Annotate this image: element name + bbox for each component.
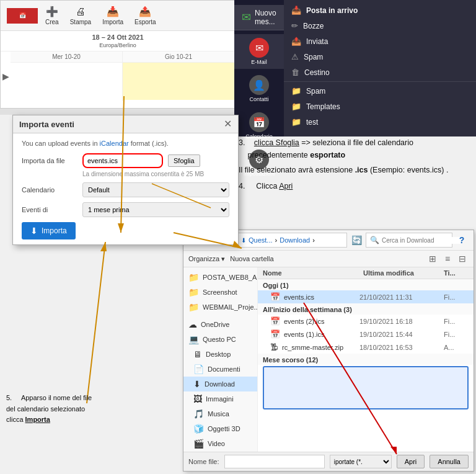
fe-file-events1[interactable]: 📅 events (1).ics 19/10/2021 15:44 Fi... xyxy=(258,328,474,341)
fe-file-events1-icon: 📅 xyxy=(270,329,280,339)
menu-trash[interactable]: 🗑 Cestino xyxy=(284,65,476,80)
fe-main-panel: Nome Ultima modifica Ti... Oggi (1) 📅 ev… xyxy=(258,267,474,452)
dialog-row-calendario: Calendario Default xyxy=(22,182,229,197)
dialog-title: Importa eventi xyxy=(19,120,74,129)
dialog-size-note: La dimensione massima consentita è 25 MB xyxy=(82,171,229,177)
fe-file-rc-smme[interactable]: 🗜 rc_smme-master.zip 18/10/2021 16:53 A.… xyxy=(258,341,474,354)
fe-organizza-button[interactable]: Organizza ▾ xyxy=(188,255,225,263)
fe-path-bar: ⬇ Quest... › Download › xyxy=(237,233,347,248)
importa-link: Importa xyxy=(25,416,50,423)
fe-file-events2[interactable]: 📅 events (2).ics 19/10/2021 16:18 Fi... xyxy=(258,315,474,328)
fe-cancel-button[interactable]: Annulla xyxy=(430,455,469,468)
dialog-importa-button[interactable]: ⬇ Importa xyxy=(22,222,76,239)
fe-sidebar-immagini[interactable]: 🖼 Immagini xyxy=(183,391,257,406)
cal-crea-button[interactable]: ➕ Crea xyxy=(42,4,63,27)
fe-sidebar-desktop[interactable]: 🖥 Desktop xyxy=(183,347,257,362)
nav-email-icon: ✉ xyxy=(249,38,269,58)
fe-filetype-select[interactable]: iportate (*. xyxy=(330,455,392,468)
fe-right-actions: ⊞ ≡ ⊟ xyxy=(426,253,469,265)
fe-search-input[interactable] xyxy=(382,237,461,244)
cal-importa-button[interactable]: 📥 Importa xyxy=(99,4,127,27)
cal-esporta-button[interactable]: 📤 Esporta xyxy=(131,4,159,27)
fe-sidebar-screenshot[interactable]: 📁 Screenshot xyxy=(183,285,257,300)
fe-sidebar-video[interactable]: 🎬 Video xyxy=(183,436,257,451)
dialog-calendario-label: Calendario xyxy=(22,186,77,194)
menu-trash-icon: 🗑 xyxy=(291,68,299,77)
cal-crea-icon: ➕ xyxy=(46,6,58,17)
fe-sidebar-3d[interactable]: 🧊 Oggetti 3D xyxy=(183,421,257,436)
step3-line1: 3. clicca Sfoglia => seleziona il file d… xyxy=(239,136,471,161)
fe-sidebar-onedrive[interactable]: ☁ OneDrive xyxy=(183,317,257,332)
calendar-grid: ▶ Mer 10-20 Gio 10-21 xyxy=(1,51,235,101)
cal-stampa-button[interactable]: 🖨 Stampa xyxy=(66,5,95,27)
fe-file-events-ics[interactable]: 📅 events.ics 21/10/2021 11:31 Fi... xyxy=(258,290,474,303)
fe-sidebar-download-icon: ⬇ xyxy=(193,379,201,389)
fe-sidebar-3d-icon: 🧊 xyxy=(193,424,204,434)
fe-sidebar-pc-icon: 💻 xyxy=(188,334,199,344)
menu-inbox-icon: 📥 xyxy=(291,6,301,15)
apri-link: Apri xyxy=(279,182,293,190)
menu-spam2[interactable]: 📁 Spam xyxy=(284,83,476,99)
email-right-menu: 📥 Posta in arrivo ✏ Bozze 📤 Inviata ⚠ Sp… xyxy=(284,0,476,136)
fe-sidebar-documenti[interactable]: 📄 Documenti xyxy=(183,362,257,377)
menu-sent-icon: 📤 xyxy=(291,37,301,46)
cal-stampa-icon: 🖨 xyxy=(76,6,86,17)
fe-actions-bar: Organizza ▾ Nuova cartella ⊞ ≡ ⊟ xyxy=(183,251,474,267)
menu-spam2-icon: 📁 xyxy=(291,86,301,96)
step3-line3: 4. Clicca Apri xyxy=(239,180,471,192)
fe-group-mese: Mese scorso (12) xyxy=(258,354,474,365)
fe-help-button[interactable]: ? xyxy=(455,233,469,247)
fe-view1-button[interactable]: ⊞ xyxy=(426,253,439,265)
fe-sidebar-webmail[interactable]: 📁 WEBMAIL_Proje... xyxy=(183,300,257,315)
menu-sent[interactable]: 📤 Inviata xyxy=(284,34,476,49)
fe-sidebar-webmail-icon: 📁 xyxy=(188,302,199,312)
fe-path-segment2[interactable]: Download xyxy=(280,236,310,244)
fe-sidebar-musica[interactable]: 🎵 Musica xyxy=(183,406,257,421)
fe-path-sep: › xyxy=(275,236,278,244)
dialog-close-button[interactable]: ✕ xyxy=(224,119,232,129)
fe-open-button[interactable]: Apri xyxy=(397,455,425,468)
fe-path-segment1[interactable]: Quest... xyxy=(249,236,273,244)
fe-sidebar-pc[interactable]: 💻 Questo PC xyxy=(183,332,257,347)
menu-drafts-icon: ✏ xyxy=(291,21,298,30)
fe-sidebar: 📁 POSTA_WEB8_A... 📁 Screenshot 📁 WEBMAIL… xyxy=(183,267,258,452)
cal-day-thu-body xyxy=(123,63,234,100)
fe-content: 📁 POSTA_WEB8_A... 📁 Screenshot 📁 WEBMAIL… xyxy=(183,267,474,452)
fe-group-oggi: Oggi (1) xyxy=(258,279,474,290)
menu-divider xyxy=(284,81,476,82)
dialog-import-icon: ⬇ xyxy=(30,226,38,236)
menu-templates[interactable]: 📁 Templates xyxy=(284,99,476,114)
nav-contacts-icon: 👤 xyxy=(249,75,269,95)
icalendar-link[interactable]: iCalendar xyxy=(100,140,129,147)
dialog-sfoglia-button[interactable]: Sfoglia xyxy=(168,154,200,167)
cal-esporta-icon: 📤 xyxy=(139,6,151,17)
fe-col-date: Ultima modifica xyxy=(363,269,444,277)
fe-view2-button[interactable]: ≡ xyxy=(441,253,454,265)
fe-view3-button[interactable]: ⊟ xyxy=(456,253,469,265)
fe-filename-input[interactable] xyxy=(224,455,325,468)
dialog-calendario-select[interactable]: Default xyxy=(82,182,229,197)
dialog-file-label: Importa da file xyxy=(22,157,77,164)
fe-sidebar-posta-icon: 📁 xyxy=(188,272,199,282)
menu-inbox[interactable]: 📥 Posta in arrivo xyxy=(284,2,476,18)
fe-sidebar-video-icon: 🎬 xyxy=(193,439,204,449)
fe-refresh-button[interactable]: 🔄 xyxy=(350,233,363,247)
dialog-file-input[interactable] xyxy=(82,153,163,168)
menu-spam1[interactable]: ⚠ Spam xyxy=(284,49,476,65)
import-dialog: Importa eventi ✕ You can upload events i… xyxy=(12,115,239,245)
sfoglia-link: clicca Sfoglia xyxy=(254,138,299,147)
fe-sidebar-download[interactable]: ⬇ Download xyxy=(183,377,257,391)
nav-contacts[interactable]: 👤 Contatti xyxy=(234,71,284,106)
dialog-row-eventi: Eventi di 1 mese prima xyxy=(22,202,229,217)
new-message-button[interactable]: ✉ Nuovo mes... xyxy=(234,5,284,30)
dialog-eventi-select[interactable]: 1 mese prima xyxy=(82,202,229,217)
menu-test[interactable]: 📁 test xyxy=(284,114,476,130)
menu-drafts[interactable]: ✏ Bozze xyxy=(284,18,476,34)
nav-email[interactable]: ✉ E-Mail xyxy=(234,34,284,69)
cal-prev-button[interactable]: ▶ xyxy=(1,51,11,101)
fe-nuova-cartella-button[interactable]: Nuova cartella xyxy=(230,255,273,262)
fe-sidebar-posta[interactable]: 📁 POSTA_WEB8_A... xyxy=(183,270,257,285)
calendar-toolbar: 📅 ➕ Crea 🖨 Stampa 📥 Importa 📤 Esporta xyxy=(1,1,235,31)
email-sidebar: ✉ Nuovo mes... ✉ E-Mail 👤 Contatti 📅 Cal… xyxy=(234,0,476,136)
step3-instruction: 3. clicca Sfoglia => seleziona il file d… xyxy=(239,136,471,192)
